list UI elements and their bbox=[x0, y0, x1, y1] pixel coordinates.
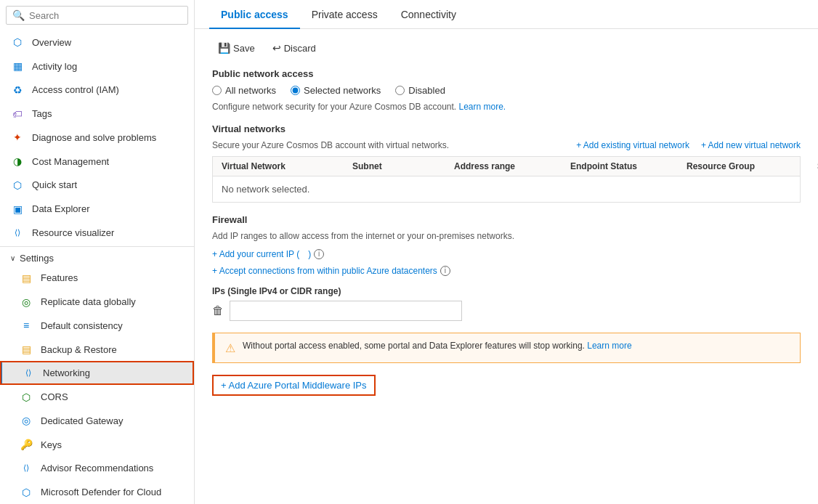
dedicated-gateway-label: Dedicated Gateway bbox=[41, 415, 123, 426]
virtual-networks-title: Virtual networks bbox=[212, 123, 801, 134]
settings-divider bbox=[0, 246, 194, 247]
vnet-header: Secure your Azure Cosmos DB account with… bbox=[212, 140, 801, 150]
disabled-label: Disabled bbox=[408, 85, 445, 96]
data-explorer-icon: ▣ bbox=[10, 202, 25, 216]
firewall-description: Add IP ranges to allow access from the i… bbox=[212, 231, 801, 241]
add-current-ip-link[interactable]: + Add your current IP ( ) i bbox=[212, 249, 324, 259]
backup-restore-label: Backup & Restore bbox=[41, 344, 117, 355]
diagnose-item[interactable]: ✦ Diagnose and solve problems bbox=[0, 126, 194, 150]
defender-label: Microsoft Defender for Cloud bbox=[41, 487, 161, 497]
overview-label: Overview bbox=[32, 37, 71, 48]
data-explorer-item[interactable]: ▣ Data Explorer bbox=[0, 197, 194, 221]
col-virtual-network: Virtual Network bbox=[222, 161, 352, 171]
learn-more-link[interactable]: Learn more. bbox=[458, 102, 506, 112]
cors-label: CORS bbox=[41, 391, 68, 402]
settings-chevron-icon: ∨ bbox=[10, 254, 15, 262]
tab-connectivity[interactable]: Connectivity bbox=[389, 0, 468, 29]
advisor-label: Advisor Recommendations bbox=[41, 463, 153, 473]
access-control-icon: ♻ bbox=[10, 83, 25, 97]
advisor-item[interactable]: ⟨⟩ Advisor Recommendations bbox=[0, 456, 194, 480]
add-azure-portal-middleware-button[interactable]: + Add Azure Portal Middleware IPs bbox=[212, 375, 376, 396]
settings-section-header[interactable]: ∨ Settings bbox=[0, 248, 194, 267]
quick-start-item[interactable]: ⬡ Quick start bbox=[0, 173, 194, 197]
cost-management-item[interactable]: ◑ Cost Management bbox=[0, 150, 194, 174]
overview-item[interactable]: ⬡ Overview bbox=[0, 31, 194, 54]
network-access-radio-group: All networks Selected networks Disabled bbox=[212, 85, 801, 96]
default-consistency-label: Default consistency bbox=[41, 320, 123, 331]
features-item[interactable]: ▤ Features bbox=[0, 267, 194, 290]
disabled-option[interactable]: Disabled bbox=[395, 85, 445, 96]
vnet-table-header: Virtual Network Subnet Address range End… bbox=[213, 157, 800, 176]
save-button[interactable]: 💾 Save bbox=[212, 39, 261, 57]
tags-item[interactable]: 🏷 Tags bbox=[0, 102, 194, 126]
dedicated-gateway-item[interactable]: ◎ Dedicated Gateway bbox=[0, 409, 194, 433]
discard-button[interactable]: ↩ Discard bbox=[267, 39, 322, 57]
all-networks-radio[interactable] bbox=[212, 86, 222, 95]
warning-triangle-icon: ⚠ bbox=[225, 341, 235, 355]
networking-icon: ⟨⟩ bbox=[21, 366, 36, 381]
access-control-item[interactable]: ♻ Access control (IAM) bbox=[0, 78, 194, 102]
col-resource-group: Resource Group bbox=[687, 161, 817, 171]
selected-networks-label: Selected networks bbox=[304, 85, 381, 96]
overview-icon: ⬡ bbox=[10, 35, 25, 49]
defender-icon: ⬡ bbox=[19, 485, 33, 500]
defender-item[interactable]: ⬡ Microsoft Defender for Cloud bbox=[0, 480, 194, 504]
cors-icon: ⬡ bbox=[19, 390, 33, 405]
add-existing-vnet-button[interactable]: + Add existing virtual network bbox=[576, 140, 689, 150]
add-ip-prefix: + Add your current IP ( bbox=[212, 249, 299, 259]
accept-connections-info-icon: i bbox=[440, 266, 450, 276]
features-icon: ▤ bbox=[19, 271, 33, 285]
ip-input-field[interactable] bbox=[230, 301, 462, 321]
dedicated-gateway-icon: ◎ bbox=[19, 413, 33, 428]
search-bar[interactable]: 🔍 bbox=[6, 6, 188, 25]
ip-input-section: IPs (Single IPv4 or CIDR range) 🗑 bbox=[212, 286, 801, 321]
search-input[interactable] bbox=[29, 10, 182, 21]
data-explorer-label: Data Explorer bbox=[32, 203, 89, 214]
delete-ip-icon[interactable]: 🗑 bbox=[212, 304, 224, 317]
network-description: Configure network security for your Azur… bbox=[212, 102, 801, 112]
features-label: Features bbox=[41, 272, 78, 283]
networking-item[interactable]: ⟨⟩ Networking bbox=[0, 361, 194, 385]
discard-icon: ↩ bbox=[272, 42, 281, 54]
ip-input-label: IPs (Single IPv4 or CIDR range) bbox=[212, 286, 801, 296]
add-ip-suffix: ) bbox=[308, 249, 311, 259]
all-networks-option[interactable]: All networks bbox=[212, 85, 276, 96]
advisor-icon: ⟨⟩ bbox=[19, 461, 33, 476]
resource-visualizer-item[interactable]: ⟨⟩ Resource visualizer bbox=[0, 221, 194, 245]
settings-label: Settings bbox=[20, 253, 54, 264]
backup-restore-item[interactable]: ▤ Backup & Restore bbox=[0, 338, 194, 362]
warning-learn-more-link[interactable]: Learn more bbox=[587, 341, 631, 351]
tags-label: Tags bbox=[32, 108, 52, 119]
accept-connections-row: + Accept connections from within public … bbox=[212, 265, 801, 279]
col-address-range: Address range bbox=[454, 161, 570, 171]
resource-visualizer-icon: ⟨⟩ bbox=[10, 225, 25, 240]
default-consistency-item[interactable]: ≡ Default consistency bbox=[0, 314, 194, 338]
warning-box: ⚠ Without portal access enabled, some po… bbox=[212, 333, 801, 363]
add-ip-info-icon: i bbox=[314, 249, 324, 259]
activity-log-item[interactable]: ▦ Activity log bbox=[0, 54, 194, 78]
selected-networks-radio[interactable] bbox=[291, 86, 300, 95]
activity-log-icon: ▦ bbox=[10, 59, 25, 73]
accept-connections-link[interactable]: + Accept connections from within public … bbox=[212, 266, 450, 276]
access-control-label: Access control (IAM) bbox=[32, 84, 119, 95]
disabled-radio[interactable] bbox=[395, 86, 405, 95]
ip-input-row: 🗑 bbox=[212, 301, 801, 321]
replicate-item[interactable]: ◎ Replicate data globally bbox=[0, 290, 194, 314]
warning-text: Without portal access enabled, some port… bbox=[243, 341, 632, 351]
backup-restore-icon: ▤ bbox=[19, 342, 33, 357]
tab-public-access[interactable]: Public access bbox=[209, 0, 300, 29]
add-new-vnet-button[interactable]: + Add new virtual network bbox=[701, 140, 801, 150]
public-network-access-title: Public network access bbox=[212, 68, 801, 79]
keys-item[interactable]: 🔑 Keys bbox=[0, 433, 194, 457]
toolbar: 💾 Save ↩ Discard bbox=[212, 39, 801, 57]
vnet-description: Secure your Azure Cosmos DB account with… bbox=[212, 140, 449, 150]
keys-label: Keys bbox=[41, 439, 62, 450]
cost-management-label: Cost Management bbox=[32, 156, 109, 167]
all-networks-label: All networks bbox=[225, 85, 276, 96]
tab-private-access[interactable]: Private access bbox=[300, 0, 389, 29]
cors-item[interactable]: ⬡ CORS bbox=[0, 385, 194, 409]
selected-networks-option[interactable]: Selected networks bbox=[291, 85, 381, 96]
quick-start-icon: ⬡ bbox=[10, 178, 25, 192]
diagnose-icon: ✦ bbox=[10, 130, 25, 145]
firewall-title: Firewall bbox=[212, 214, 801, 225]
